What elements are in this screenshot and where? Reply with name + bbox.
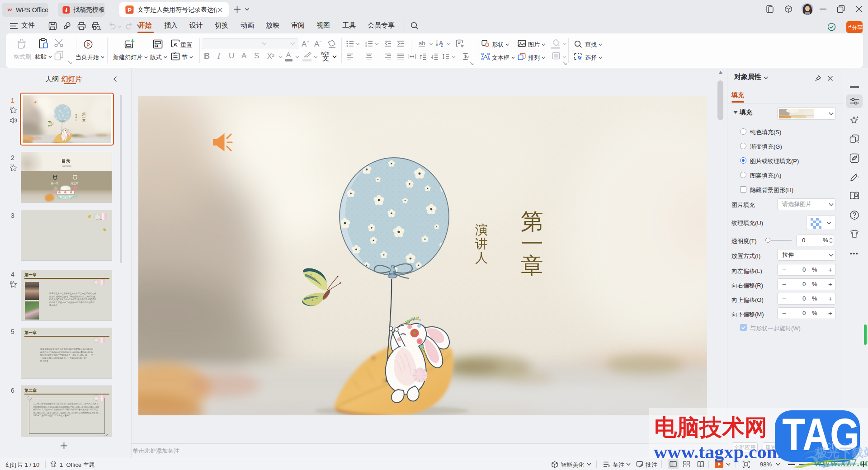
svg-text:3: 3 <box>365 45 367 47</box>
svg-text:A: A <box>484 54 487 59</box>
svg-text:A: A <box>439 39 443 47</box>
svg-text:P: P <box>127 7 132 14</box>
